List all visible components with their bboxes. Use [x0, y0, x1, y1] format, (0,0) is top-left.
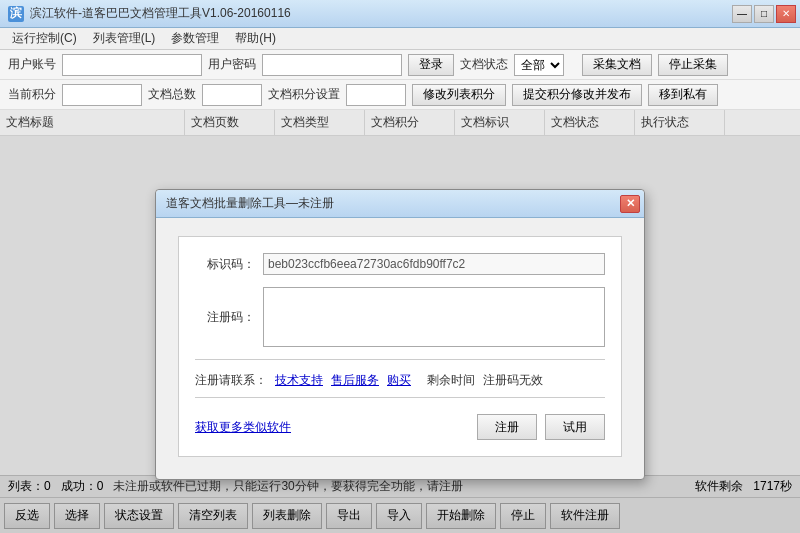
- col-doc-title: 文档标题: [0, 110, 185, 135]
- col-doc-id: 文档标识: [455, 110, 545, 135]
- collect-doc-button[interactable]: 采集文档: [582, 54, 652, 76]
- menu-bar: 运行控制(C) 列表管理(L) 参数管理 帮助(H): [0, 28, 800, 50]
- stop-collect-button[interactable]: 停止采集: [658, 54, 728, 76]
- minimize-button[interactable]: —: [732, 5, 752, 23]
- col-doc-pages: 文档页数: [185, 110, 275, 135]
- register-button[interactable]: 注册: [477, 414, 537, 440]
- dialog-footer-buttons: 注册 试用: [477, 414, 605, 440]
- invalid-label: 注册码无效: [483, 372, 543, 389]
- col-exec-status: 执行状态: [635, 110, 725, 135]
- doc-score-input[interactable]: 1000: [346, 84, 406, 106]
- menu-help[interactable]: 帮助(H): [227, 28, 284, 49]
- toolbar-login: 用户账号 用户密码 登录 文档状态 全部 采集文档 停止采集: [0, 50, 800, 80]
- regcode-label: 注册码：: [195, 309, 255, 326]
- buy-link[interactable]: 购买: [387, 372, 411, 389]
- maximize-button[interactable]: □: [754, 5, 774, 23]
- user-password-label: 用户密码: [208, 56, 256, 73]
- remaining-time-label: 剩余时间: [427, 372, 475, 389]
- col-doc-score: 文档积分: [365, 110, 455, 135]
- menu-run-control[interactable]: 运行控制(C): [4, 28, 85, 49]
- toolbar-score: 当前积分 文档总数 文档积分设置 1000 修改列表积分 提交积分修改并发布 移…: [0, 80, 800, 110]
- doc-status-label: 文档状态: [460, 56, 508, 73]
- main-content: 道客文档批量删除工具—未注册 ✕ 标识码： beb023ccfb6eea7273…: [0, 136, 800, 533]
- dialog-close-button[interactable]: ✕: [620, 195, 640, 213]
- total-docs-input[interactable]: [202, 84, 262, 106]
- title-bar-left: 滨 滨江软件-道客巴巴文档管理工具V1.06-20160116: [8, 5, 291, 22]
- tech-support-link[interactable]: 技术支持: [275, 372, 323, 389]
- menu-param-manage[interactable]: 参数管理: [163, 28, 227, 49]
- app-window: 滨 滨江软件-道客巴巴文档管理工具V1.06-20160116 — □ ✕ 运行…: [0, 0, 800, 533]
- doc-status-select[interactable]: 全部: [514, 54, 564, 76]
- dialog-content: 标识码： beb023ccfb6eea72730ac6fdb90ff7c2 注册…: [156, 218, 644, 479]
- user-password-input[interactable]: [262, 54, 402, 76]
- user-account-label: 用户账号: [8, 56, 56, 73]
- contact-label: 注册请联系：: [195, 372, 267, 389]
- column-headers: 文档标题 文档页数 文档类型 文档积分 文档标识 文档状态 执行状态: [0, 110, 800, 136]
- current-score-label: 当前积分: [8, 86, 56, 103]
- after-sales-link[interactable]: 售后服务: [331, 372, 379, 389]
- dialog-body: 标识码： beb023ccfb6eea72730ac6fdb90ff7c2 注册…: [178, 236, 622, 457]
- dialog-title-bar: 道客文档批量删除工具—未注册 ✕: [156, 190, 644, 218]
- app-icon: 滨: [8, 6, 24, 22]
- col-doc-type: 文档类型: [275, 110, 365, 135]
- id-label: 标识码：: [195, 256, 255, 273]
- id-value: beb023ccfb6eea72730ac6fdb90ff7c2: [263, 253, 605, 275]
- regcode-input[interactable]: [263, 287, 605, 347]
- menu-list-manage[interactable]: 列表管理(L): [85, 28, 164, 49]
- doc-score-setting-label: 文档积分设置: [268, 86, 340, 103]
- more-apps-link[interactable]: 获取更多类似软件: [195, 420, 291, 434]
- submit-score-button[interactable]: 提交积分修改并发布: [512, 84, 642, 106]
- current-score-input[interactable]: [62, 84, 142, 106]
- dialog-id-row: 标识码： beb023ccfb6eea72730ac6fdb90ff7c2: [195, 253, 605, 275]
- total-docs-label: 文档总数: [148, 86, 196, 103]
- dialog-footer: 获取更多类似软件 注册 试用: [195, 406, 605, 440]
- dialog-regcode-row: 注册码：: [195, 287, 605, 347]
- dialog-title: 道客文档批量删除工具—未注册: [166, 195, 334, 212]
- title-bar: 滨 滨江软件-道客巴巴文档管理工具V1.06-20160116 — □ ✕: [0, 0, 800, 28]
- modify-score-button[interactable]: 修改列表积分: [412, 84, 506, 106]
- try-button[interactable]: 试用: [545, 414, 605, 440]
- dialog-overlay: 道客文档批量删除工具—未注册 ✕ 标识码： beb023ccfb6eea7273…: [0, 136, 800, 533]
- login-button[interactable]: 登录: [408, 54, 454, 76]
- dialog-links-row: 注册请联系： 技术支持 售后服务 购买 剩余时间 注册码无效: [195, 368, 605, 389]
- col-doc-status: 文档状态: [545, 110, 635, 135]
- user-account-input[interactable]: [62, 54, 202, 76]
- close-button[interactable]: ✕: [776, 5, 796, 23]
- title-controls: — □ ✕: [732, 5, 796, 23]
- register-dialog: 道客文档批量删除工具—未注册 ✕ 标识码： beb023ccfb6eea7273…: [155, 189, 645, 480]
- dialog-footer-left: 获取更多类似软件: [195, 419, 291, 436]
- move-to-private-button[interactable]: 移到私有: [648, 84, 718, 106]
- window-title: 滨江软件-道客巴巴文档管理工具V1.06-20160116: [30, 5, 291, 22]
